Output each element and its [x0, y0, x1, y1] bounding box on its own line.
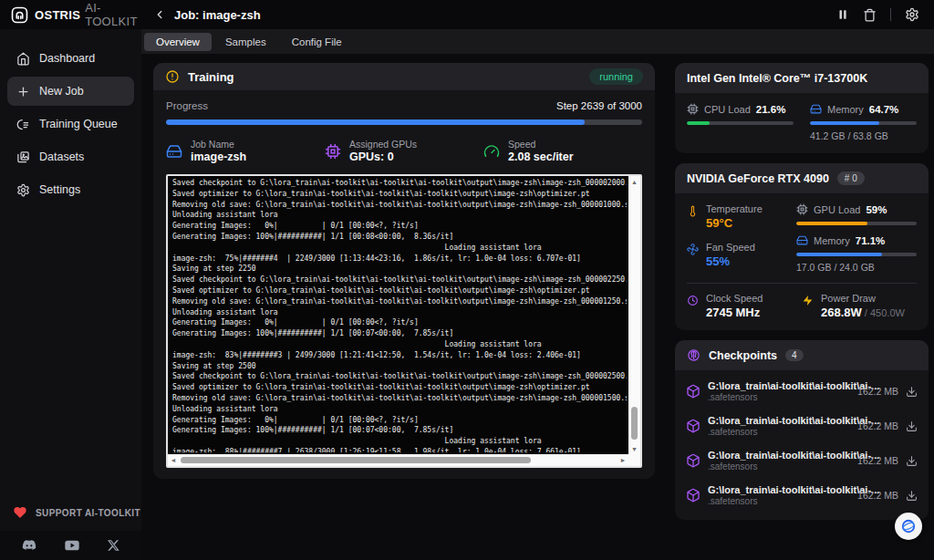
job-settings-gear-icon[interactable]	[905, 7, 919, 22]
cpu-memory-value: 64.7%	[869, 104, 899, 115]
thermometer-icon	[687, 205, 699, 217]
temperature-label: Temperature	[706, 203, 763, 214]
page-title: Job: image-zsh	[174, 8, 261, 22]
cpu-load-bar-fill	[687, 121, 710, 125]
chat-widget-logo-icon	[899, 517, 918, 535]
support-label: SUPPORT AI-TOOLKIT	[36, 508, 140, 518]
scroll-up-arrow[interactable]: ▲	[628, 176, 640, 187]
fan-speed-value: 55%	[706, 254, 755, 268]
cpu-card-header: Intel Gen Intel® Core™ i7-13700K	[675, 63, 929, 93]
sidebar-item-label: Dashboard	[39, 52, 95, 65]
hard-drive-icon	[166, 143, 182, 160]
stat-value: 2.08 sec/iter	[508, 150, 574, 163]
checkpoint-path: G:\lora_train\ai-toolkit\ai-toolkit\ai-.…	[708, 415, 854, 426]
training-stats: Job Name image-zsh Assigned GPUs GPUs: 0	[166, 139, 642, 163]
download-icon[interactable]	[906, 455, 918, 467]
cpu-title: Intel Gen Intel® Core™ i7-13700K	[687, 72, 867, 85]
tab-samples[interactable]: Samples	[213, 33, 278, 51]
sidebar-item-label: Settings	[39, 183, 80, 196]
gpu-memory-label: Memory	[814, 235, 850, 246]
stat-label: Job Name	[191, 139, 246, 150]
toolbar-divider	[890, 8, 891, 21]
youtube-icon[interactable]	[65, 540, 79, 551]
sidebar-item-new-job[interactable]: New Job	[7, 77, 134, 106]
training-progress-bar	[166, 119, 642, 125]
cpu-chip-icon	[687, 103, 699, 115]
checkpoint-size: 162.2 MB	[857, 420, 898, 431]
step-counter: Step 2639 of 3000	[556, 100, 642, 111]
checkpoint-row[interactable]: G:\lora_train\ai-toolkit\ai-toolkit\ai-.…	[684, 374, 919, 409]
running-status-badge: running	[589, 68, 643, 85]
checkpoint-extension: .safetensors	[708, 496, 854, 506]
tab-config-file[interactable]: Config File	[280, 33, 354, 51]
download-icon[interactable]	[906, 386, 918, 398]
scroll-left-arrow[interactable]: ◄	[168, 454, 179, 466]
brand[interactable]: OSTRIS AI-TOOLKIT	[0, 1, 141, 28]
sidebar-item-dashboard[interactable]: Dashboard	[7, 44, 134, 73]
sidebar-item-label: New Job	[39, 85, 84, 98]
sidebar-item-training-queue[interactable]: Training Queue	[7, 109, 134, 139]
vertical-scrollbar[interactable]: ▲ ▼	[628, 176, 640, 454]
discord-icon[interactable]	[22, 540, 36, 551]
gpu-memory-icon	[796, 234, 808, 246]
fan-icon	[687, 244, 699, 255]
training-card: Training running Progress Step 2639 of 3…	[153, 63, 655, 479]
checkpoints-card: Checkpoints 4 G:\lora_train\ai-toolkit\a…	[675, 340, 929, 520]
checkpoint-path: G:\lora_train\ai-toolkit\ai-toolkit\ai-.…	[708, 484, 854, 495]
stat-speed: Speed 2.08 sec/iter	[483, 139, 642, 163]
tab-bar: Overview Samples Config File	[141, 29, 934, 54]
training-log-terminal[interactable]: Saved checkpoint to G:\lora_train\ai-too…	[166, 174, 642, 468]
cpu-memory-bar-fill	[810, 121, 879, 125]
cpu-card: Intel Gen Intel® Core™ i7-13700K CPU Loa…	[675, 63, 929, 153]
cube-icon	[686, 384, 700, 399]
tab-overview[interactable]: Overview	[144, 33, 212, 51]
x-twitter-icon[interactable]	[107, 539, 119, 552]
main-area: Overview Samples Config File Training ru…	[141, 29, 934, 560]
checkpoints-icon	[687, 348, 700, 362]
horizontal-scrollbar-thumb[interactable]	[181, 457, 531, 463]
scroll-right-arrow[interactable]: ►	[617, 454, 628, 466]
pause-job-icon[interactable]	[836, 8, 849, 21]
cpu-load-label: CPU Load	[704, 104, 751, 115]
back-chevron-icon[interactable]	[153, 8, 166, 21]
cpu-memory-label: Memory	[827, 104, 864, 115]
cube-icon	[686, 453, 700, 468]
gpu-load-value: 59%	[866, 204, 887, 215]
top-bar: OSTRIS AI-TOOLKIT Job: image-zsh	[0, 0, 934, 29]
gpu-load-chip-icon	[796, 203, 808, 215]
scroll-down-arrow[interactable]: ▼	[628, 443, 640, 454]
cpu-load-meter: CPU Load 21.6%	[687, 103, 794, 141]
gauge-icon	[483, 143, 500, 160]
gpu-power-draw: Power Draw 268.8W / 450.0W	[802, 293, 917, 319]
checkpoint-row[interactable]: G:\lora_train\ai-toolkit\ai-toolkit\ai-.…	[684, 478, 919, 513]
checkpoint-row[interactable]: G:\lora_train\ai-toolkit\ai-toolkit\ai-.…	[684, 409, 919, 443]
sidebar-item-label: Training Queue	[39, 118, 118, 130]
download-icon[interactable]	[906, 420, 918, 432]
sidebar-item-settings[interactable]: Settings	[7, 175, 134, 204]
horizontal-scrollbar[interactable]: ◄ ►	[168, 454, 628, 466]
temperature-value: 59°C	[706, 216, 763, 230]
checkpoint-row[interactable]: G:\lora_train\ai-toolkit\ai-toolkit\ai-.…	[684, 443, 919, 478]
gpu-clock-speed: Clock Speed 2745 MHz	[687, 293, 802, 319]
gpu-chip-icon	[325, 143, 341, 160]
delete-job-icon[interactable]	[863, 8, 877, 22]
cpu-memory-meter: Memory 64.7% 41.2 GB / 63.8 GB	[810, 103, 917, 141]
progress-label: Progress	[166, 100, 208, 111]
support-link[interactable]: SUPPORT AI-TOOLKIT	[0, 494, 141, 531]
training-progress-fill	[166, 119, 585, 125]
gpu-card: NVIDIA GeForce RTX 4090 # 0	[675, 163, 929, 330]
vertical-scrollbar-thumb[interactable]	[631, 407, 638, 440]
chat-widget-button[interactable]	[895, 513, 922, 540]
checkpoints-title: Checkpoints	[709, 349, 777, 362]
sidebar-item-datasets[interactable]: Datasets	[7, 142, 134, 171]
scrollbar-corner	[628, 454, 640, 466]
gear-icon	[16, 183, 30, 197]
gpu-fan-speed: Fan Speed 55%	[687, 242, 784, 268]
checkpoints-card-header: Checkpoints 4	[675, 340, 929, 370]
power-draw-value: 268.8W / 450.0W	[821, 306, 905, 319]
sidebar-item-label: Datasets	[39, 150, 84, 163]
training-title: Training	[188, 70, 234, 84]
checkpoint-extension: .safetensors	[708, 392, 854, 402]
download-icon[interactable]	[906, 490, 918, 502]
training-log-text: Saved checkpoint to G:\lora_train\ai-too…	[172, 178, 627, 452]
